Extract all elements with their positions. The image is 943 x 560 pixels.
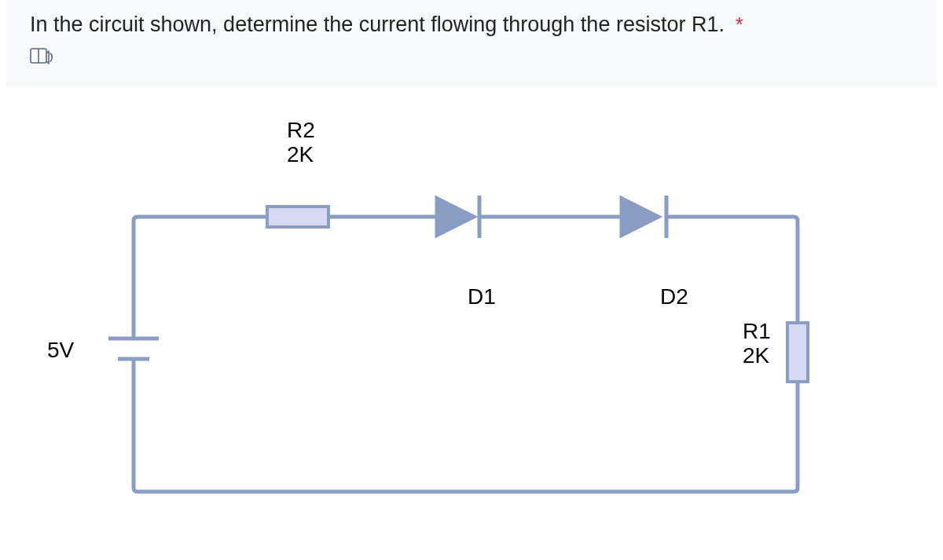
- question-text: In the circuit shown, determine the curr…: [30, 13, 725, 37]
- label-d1: D1: [468, 285, 496, 309]
- svg-rect-9: [267, 207, 328, 227]
- r1-value: 2K: [743, 344, 771, 368]
- source-voltage-text: 5V: [47, 338, 74, 362]
- label-r1: R1 2K: [743, 320, 771, 368]
- voltage-source: [108, 331, 159, 370]
- label-r2: R2 2K: [287, 119, 315, 167]
- svg-marker-13: [621, 197, 660, 236]
- label-d2: D2: [660, 285, 688, 309]
- question-row: In the circuit shown, determine the curr…: [30, 13, 913, 37]
- resistor-R2: [267, 207, 328, 227]
- resistor-R1: [787, 323, 808, 382]
- immersive-reader-icon[interactable]: [30, 46, 55, 68]
- r2-name: R2: [287, 119, 315, 143]
- r1-name: R1: [743, 320, 771, 344]
- question-header: In the circuit shown, determine the curr…: [6, 0, 937, 87]
- d2-name: D2: [660, 284, 688, 309]
- d1-name: D1: [468, 284, 496, 309]
- circuit-diagram: .w { stroke:#8b9dc3; stroke-width:5; fil…: [39, 119, 904, 558]
- required-marker: *: [736, 13, 743, 36]
- circuit-svg: .w { stroke:#8b9dc3; stroke-width:5; fil…: [39, 119, 825, 558]
- svg-rect-16: [787, 323, 808, 382]
- r2-value: 2K: [287, 143, 315, 167]
- page-root: In the circuit shown, determine the curr…: [0, 0, 943, 560]
- diode-D2: [621, 196, 674, 238]
- svg-marker-10: [436, 197, 475, 236]
- label-5v: 5V: [47, 339, 74, 363]
- diode-D1: [436, 196, 487, 238]
